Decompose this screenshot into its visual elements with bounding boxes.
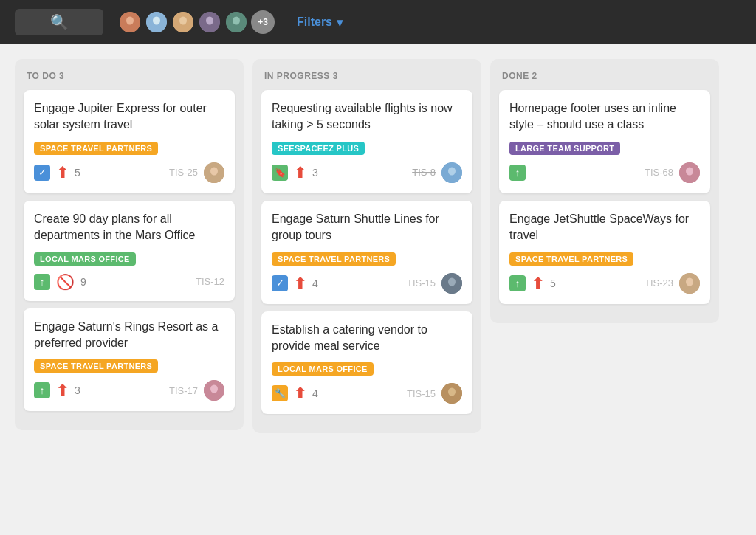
search-box[interactable]: 🔍 (15, 9, 103, 35)
card-avatar (679, 273, 700, 294)
card-tag: LOCAL MARS OFFICE (272, 362, 374, 376)
ticket-id: TIS-12 (196, 276, 224, 287)
ticket-id: TIS-23 (645, 277, 673, 289)
card-title: Engage Jupiter Express for outer solar s… (34, 100, 224, 134)
ticket-id: TIS-25 (169, 167, 198, 178)
svg-point-28 (448, 388, 456, 396)
card[interactable]: Engage Jupiter Express for outer solar s… (24, 90, 235, 193)
ticket-id: TIS-8 (412, 167, 436, 178)
priority-up-icon: ⬆ (294, 275, 306, 291)
ticket-id: TIS-15 (407, 277, 436, 289)
priority-icon: ⬆ (294, 384, 306, 402)
avatar-plus[interactable]: +3 (251, 10, 275, 34)
avatar-1[interactable] (118, 10, 142, 34)
card-count: 3 (312, 167, 318, 179)
card-tag: LOCAL MARS OFFICE (34, 252, 136, 266)
card-avatar (441, 383, 462, 404)
card-count: 5 (75, 167, 80, 179)
card[interactable]: Engage Saturn's Rings Resort as a prefer… (24, 308, 235, 412)
card-tag: SEESPACEEZ PLUS (272, 142, 365, 155)
card-title: Create 90 day plans for all departments … (34, 211, 224, 244)
card-action-icon[interactable]: ↑ (34, 274, 50, 290)
svg-point-25 (448, 277, 456, 286)
priority-up-icon: ⬆ (294, 165, 306, 181)
avatar-5[interactable] (224, 10, 248, 34)
card-action-icon[interactable]: ↑ (509, 165, 526, 181)
priority-up-icon: ⬆ (56, 165, 69, 181)
card[interactable]: Requesting available flights is now taki… (261, 90, 472, 193)
card-count: 3 (75, 384, 80, 396)
svg-point-22 (448, 167, 456, 175)
card-avatar (441, 273, 462, 294)
column-header-todo: TO DO 3 (24, 71, 235, 81)
priority-up-icon: ⬆ (532, 275, 544, 291)
card-footer: ↑🚫9TIS-12 (34, 273, 224, 291)
topbar: 🔍 +3 Filters ▾ (0, 0, 756, 44)
svg-point-31 (686, 167, 693, 175)
avatar-4[interactable] (198, 10, 221, 34)
ticket-id: TIS-15 (407, 388, 436, 399)
column-todo: TO DO 3Engage Jupiter Express for outer … (15, 59, 244, 430)
card-action-icon[interactable]: 🔖 (272, 165, 288, 181)
svg-point-10 (206, 17, 213, 25)
avatar-group: +3 (118, 10, 275, 34)
svg-point-34 (686, 277, 693, 286)
filters-button[interactable]: Filters ▾ (297, 15, 343, 30)
svg-point-16 (210, 167, 218, 175)
ticket-id: TIS-68 (645, 167, 673, 178)
card[interactable]: Engage Saturn Shuttle Lines for group to… (261, 201, 472, 304)
card[interactable]: Homepage footer uses an inline style – s… (499, 90, 710, 193)
chevron-down-icon: ▾ (337, 15, 343, 30)
svg-point-13 (233, 17, 240, 25)
priority-icon: ⬆ (294, 275, 306, 292)
svg-point-1 (126, 17, 134, 25)
card-avatar (441, 162, 462, 183)
card-tag: SPACE TRAVEL PARTNERS (272, 252, 396, 266)
priority-icon: ⬆ (56, 164, 69, 182)
priority-icon: ⬆ (294, 164, 306, 182)
card-tag: LARGE TEAM SUPPORT (509, 142, 620, 155)
svg-point-19 (210, 385, 218, 393)
priority-block-icon: 🚫 (56, 274, 75, 290)
avatar-3[interactable] (171, 10, 195, 34)
card[interactable]: Engage JetShuttle SpaceWays for travelSP… (499, 201, 710, 304)
column-header-inprogress: IN PROGRESS 3 (261, 71, 472, 81)
card-tag: SPACE TRAVEL PARTNERS (509, 252, 633, 266)
card-action-icon[interactable]: ↑ (34, 382, 50, 398)
ticket-id: TIS-17 (169, 385, 198, 396)
svg-point-7 (179, 17, 187, 25)
card-count: 4 (312, 277, 318, 289)
kanban-board: TO DO 3Engage Jupiter Express for outer … (0, 44, 756, 448)
card-title: Engage JetShuttle SpaceWays for travel (509, 211, 700, 244)
card-footer: ↑TIS-68 (509, 162, 700, 183)
priority-icon: ⬆ (532, 275, 544, 292)
card-action-icon[interactable]: 🔧 (272, 385, 288, 401)
search-icon: 🔍 (50, 13, 69, 31)
card-action-icon[interactable]: ✓ (272, 275, 288, 291)
avatar-2[interactable] (145, 10, 168, 34)
card-footer: 🔧⬆4TIS-15 (272, 383, 462, 404)
card-action-icon[interactable]: ✓ (34, 165, 50, 181)
card-count: 5 (550, 277, 556, 289)
card-title: Homepage footer uses an inline style – s… (509, 100, 700, 134)
card-footer: ✓⬆5TIS-25 (34, 162, 224, 183)
card[interactable]: Create 90 day plans for all departments … (24, 201, 235, 301)
card-action-icon[interactable]: ↑ (509, 275, 526, 291)
card-count: 4 (312, 387, 318, 399)
card[interactable]: Establish a catering vendor to provide m… (261, 311, 472, 415)
card-title: Requesting available flights is now taki… (272, 100, 462, 134)
card-footer: 🔖⬆3TIS-8 (272, 162, 462, 183)
column-header-done: DONE 2 (499, 71, 710, 81)
priority-up-icon: ⬆ (294, 385, 306, 401)
card-avatar (679, 162, 700, 183)
card-count: 9 (80, 276, 86, 288)
card-title: Establish a catering vendor to provide m… (272, 322, 462, 355)
priority-up-icon: ⬆ (56, 382, 69, 398)
card-avatar (204, 380, 224, 401)
priority-icon: 🚫 (56, 273, 75, 291)
priority-icon: ⬆ (56, 382, 69, 399)
card-avatar (204, 162, 224, 183)
card-footer: ↑⬆5TIS-23 (509, 273, 700, 294)
card-footer: ↑⬆3TIS-17 (34, 380, 224, 401)
card-title: Engage Saturn Shuttle Lines for group to… (272, 211, 462, 244)
